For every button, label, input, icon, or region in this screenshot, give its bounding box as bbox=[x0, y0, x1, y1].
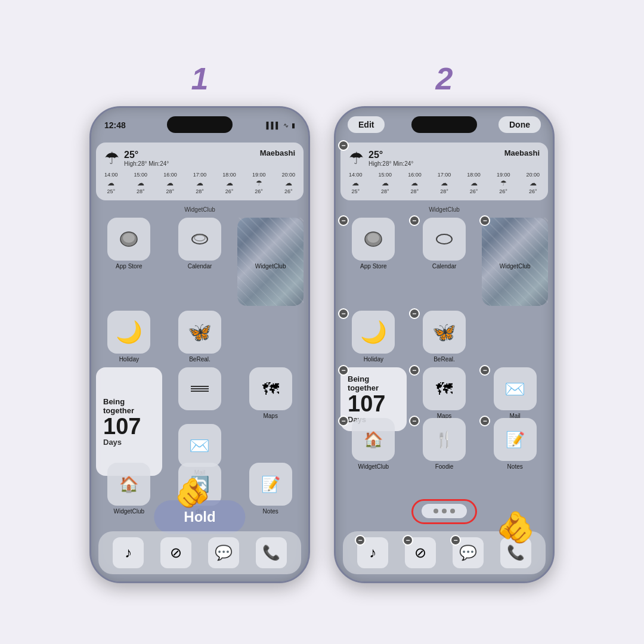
app-icon-notes-1[interactable]: 📝 Notes bbox=[237, 463, 304, 515]
delete-notes-badge[interactable]: − bbox=[479, 416, 490, 426]
maps-icon-img-1: 🗺 bbox=[249, 367, 292, 410]
hand-cursor-1: 🫵 bbox=[175, 476, 210, 510]
widgetclub3-icon-img: 🏠 bbox=[352, 418, 395, 461]
app-icon-appstore-2[interactable]: − App Store bbox=[340, 218, 407, 270]
done-button[interactable]: Done bbox=[499, 116, 541, 133]
calendar-label-2: Calendar bbox=[432, 263, 457, 270]
calendar-icon-img-2 bbox=[423, 218, 466, 261]
delete-foodie-badge[interactable]: − bbox=[409, 416, 420, 426]
delete-bereal-badge[interactable]: − bbox=[409, 308, 420, 319]
widgetclub-marble-label-2: WidgetClub bbox=[500, 263, 531, 270]
cloud-icon: ☁ bbox=[137, 179, 144, 187]
app-icon-maps-2[interactable]: − 🗺 Maps bbox=[411, 367, 478, 419]
weather-left-2: ☂ 25° High:28° Min:24° bbox=[349, 148, 413, 168]
weather-top-2: ☂ 25° High:28° Min:24° Maebashi bbox=[349, 148, 540, 168]
dock-settings-1[interactable]: ⊘ bbox=[160, 537, 191, 568]
bereal-label-1: BeReal. bbox=[189, 356, 210, 363]
app-icon-maps-1[interactable]: 🗺 Maps bbox=[237, 367, 304, 419]
app-icon-lines-1[interactable] bbox=[167, 367, 233, 419]
phone-2: Edit Done − ☂ 25° High:28° Min:24° bbox=[334, 106, 555, 583]
delete-weather-badge[interactable]: − bbox=[338, 140, 349, 151]
dynamic-island-1 bbox=[167, 116, 233, 133]
dock-1: ♪ ⊘ 💬 📞 bbox=[98, 531, 301, 574]
widgetclub2-icon-img: 🏠 bbox=[107, 463, 150, 506]
app-icon-foodie-2[interactable]: − 🍴 Foodie bbox=[411, 418, 478, 470]
delete-appstore-badge[interactable]: − bbox=[338, 215, 349, 226]
step-2-number: 2 bbox=[436, 61, 453, 97]
delete-dock-settings-badge[interactable]: − bbox=[402, 535, 413, 546]
app-icon-widgetclub2[interactable]: WidgetClub bbox=[482, 263, 548, 363]
edit-done-bar: Edit Done bbox=[336, 116, 553, 133]
weather-left-1: ☂ 25° High:28° Min:24° bbox=[104, 148, 169, 168]
bereal-icon-img-2: 🦋 bbox=[423, 311, 466, 354]
delete-maps-badge[interactable]: − bbox=[409, 365, 420, 376]
cloud-icon: ☁ bbox=[107, 179, 114, 187]
app-icon-bereal-2[interactable]: − 🦋 BeReal. bbox=[411, 311, 478, 363]
love-title-1: Being together bbox=[103, 397, 155, 415]
edit-button[interactable]: Edit bbox=[348, 116, 385, 133]
status-time-1: 12:48 bbox=[104, 120, 126, 130]
appstore-label-1: App Store bbox=[116, 263, 142, 270]
app-icon-appstore-1[interactable]: App Store bbox=[96, 218, 162, 270]
mail-icon-img-2: ✉️ bbox=[494, 367, 537, 410]
bottom-row-2: − 🏠 WidgetClub − 🍴 Foodie − 📝 Notes bbox=[340, 418, 548, 470]
dock-messages-1[interactable]: 💬 bbox=[208, 537, 239, 568]
foodie-label-2: Foodie bbox=[435, 463, 454, 470]
weather-city-1: Maebashi bbox=[260, 148, 295, 157]
umbrella-icon-1: ☂ bbox=[104, 148, 119, 168]
app-icon-mail-2[interactable]: − ✉️ Mail bbox=[482, 367, 548, 419]
widgetclub-marble-label-1: WidgetClub bbox=[255, 263, 286, 270]
love-days-2: 107 bbox=[348, 392, 400, 415]
mail-icon-img-1: ✉️ bbox=[178, 424, 221, 467]
svg-point-1 bbox=[123, 233, 135, 243]
app-grid-row2-1: 🌙 Holiday 🦋 BeReal. WidgetClub bbox=[96, 263, 304, 363]
dock-settings-2[interactable]: − ⊘ bbox=[405, 537, 436, 568]
battery-icon: ▮ bbox=[292, 122, 295, 129]
weather-info-1: 25° High:28° Min:24° bbox=[124, 150, 169, 167]
app-icon-widgetclub3-2[interactable]: − 🏠 WidgetClub bbox=[340, 418, 407, 470]
widgetclub-label-1: WidgetClub bbox=[96, 206, 304, 213]
appstore-icon-img-1 bbox=[107, 218, 150, 261]
app-icon-calendar-1[interactable]: Calendar bbox=[167, 218, 233, 270]
calendar-label-1: Calendar bbox=[188, 263, 212, 270]
app-icon-widgetclub2-1[interactable]: 🏠 WidgetClub bbox=[96, 463, 162, 515]
delete-calendar-badge[interactable]: − bbox=[409, 215, 420, 226]
dock-music-1[interactable]: ♪ bbox=[113, 537, 144, 568]
app-icon-bereal-1[interactable]: 🦋 BeReal. bbox=[167, 311, 233, 363]
love-title-2: Being together bbox=[348, 374, 400, 392]
dock-messages-2[interactable]: − 💬 bbox=[453, 537, 484, 568]
dock-phone-1[interactable]: 📞 bbox=[256, 537, 287, 568]
app-icon-holiday-2[interactable]: − 🌙 Holiday bbox=[340, 311, 407, 363]
weather-hours-1: 14:00☁25° 15:00☁28° 16:00☁28° 17:00☁28° … bbox=[104, 172, 295, 194]
delete-love-badge[interactable]: − bbox=[338, 365, 349, 376]
app-icon-calendar-2[interactable]: − Calendar bbox=[411, 218, 478, 270]
widgetclub3-label-2: WidgetClub bbox=[358, 463, 389, 470]
notes-icon-img-1: 📝 bbox=[249, 463, 292, 506]
maps-icon-img-2: 🗺 bbox=[423, 367, 466, 410]
weather-temp-1: 25° bbox=[124, 150, 169, 160]
cloud-icon: ☁ bbox=[166, 179, 174, 187]
delete-widgetclub3-badge[interactable]: − bbox=[338, 416, 349, 426]
app-icon-holiday-1[interactable]: 🌙 Holiday bbox=[96, 311, 162, 363]
delete-dock-music-badge[interactable]: − bbox=[355, 535, 366, 546]
notes-label-2: Notes bbox=[507, 463, 523, 470]
weather-temp-2: 25° bbox=[369, 150, 413, 160]
app-grid-row2-2: − 🌙 Holiday − 🦋 BeReal. WidgetClub bbox=[340, 263, 548, 363]
cloud-icon: ☁ bbox=[226, 179, 233, 187]
weather-info-2: 25° High:28° Min:24° bbox=[369, 150, 413, 167]
umbrella-icon: ☂ bbox=[256, 179, 262, 187]
svg-point-5 bbox=[367, 233, 379, 243]
bereal-icon-img-1: 🦋 bbox=[178, 311, 221, 354]
dock-music-2[interactable]: − ♪ bbox=[357, 537, 388, 568]
delete-mail-badge[interactable]: − bbox=[479, 365, 490, 376]
app-icon-widgetclub-1[interactable]: WidgetClub bbox=[237, 263, 304, 363]
app-icon-notes-2[interactable]: − 📝 Notes bbox=[482, 418, 548, 470]
step-1: 1 12:48 ▌▌▌ ∿ ▮ ☂ bbox=[89, 61, 310, 583]
lines-icon-img-1 bbox=[178, 367, 221, 410]
delete-holiday-badge[interactable]: − bbox=[338, 308, 349, 319]
love-widget-1: Being together 107 Days bbox=[96, 367, 162, 476]
weather-range-1: High:28° Min:24° bbox=[124, 160, 169, 167]
umbrella-icon-2: ☂ bbox=[349, 148, 364, 168]
cloud-icon: ☁ bbox=[196, 179, 203, 187]
delete-dock-messages-badge[interactable]: − bbox=[450, 535, 461, 546]
